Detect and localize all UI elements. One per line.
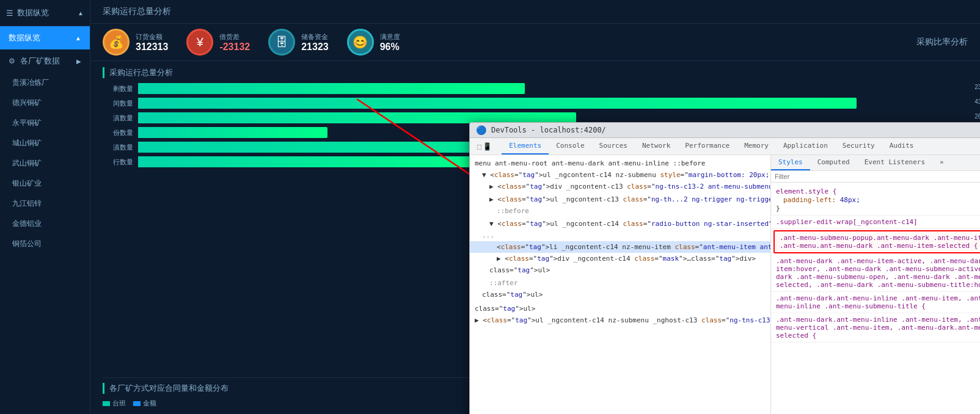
stat-label-reserve: 储备资金 [301, 32, 329, 42]
css-block: .ant-menu-dark.ant-menu-inline .ant-menu… [771, 292, 980, 313]
sidebar-item-factory-data[interactable]: ⚙ 各厂矿数据 ▶ [0, 49, 90, 73]
tab-network[interactable]: Network [635, 138, 678, 154]
html-line[interactable]: ▶ <class="tag">ul _ngcontent-c14 nz-subm… [470, 314, 770, 326]
styles-panel: Styles Computed Event Listeners » :hov .… [771, 155, 980, 414]
stat-label-loan: 借货差 [219, 32, 250, 42]
html-line[interactable]: ... [470, 230, 770, 241]
stat-info-loan: 借货差 -23132 [219, 32, 250, 53]
chrome-icon: 🔵 [476, 125, 486, 135]
loan-diff-icon: ¥ [186, 29, 213, 56]
chevron-up-icon: ▲ [75, 35, 81, 42]
legend-amount: 金额 [143, 399, 156, 408]
stat-info-reserve: 储备资金 21323 [301, 32, 329, 53]
tab-performance[interactable]: Performance [678, 138, 737, 154]
sidebar-item-chengshan[interactable]: 城山铜矿 [0, 133, 90, 153]
bar-label: 闰数量 [103, 99, 133, 108]
sidebar-item-yinshan[interactable]: 银山矿业 [0, 173, 90, 194]
html-line[interactable]: ▶ <class="tag">div _ngcontent-c13 class=… [470, 181, 770, 192]
sidebar-item-label-overview: 数据纵览 [9, 32, 40, 43]
sidebar-header-label: 数据纵览 [17, 7, 49, 18]
stat-value-reserve: 21323 [301, 42, 329, 53]
reserve-icon: 🗄 [268, 29, 295, 56]
bar-fill [138, 127, 327, 138]
html-line[interactable]: ::before [470, 205, 770, 217]
devtools-titlebar: 🔵 DevTools - localhost:4200/ ─ □ ✕ [470, 123, 980, 138]
inspect-icon[interactable]: ⬚ [477, 142, 481, 151]
stat-label-order: 订货金额 [136, 32, 168, 42]
sidebar: ☰ 数据纵览 ▲ 数据纵览 ▲ ⚙ 各厂矿数据 ▶ 贵溪冶炼厂 德兴铜矿 永平铜… [0, 0, 90, 414]
tab-audits[interactable]: Audits [882, 138, 921, 154]
tab-console[interactable]: Console [549, 138, 591, 154]
sidebar-header-arrow: ▲ [78, 10, 84, 16]
bar-label: 行数量 [103, 158, 133, 167]
stat-info-order: 订货金额 312313 [136, 32, 168, 53]
sidebar-item-data-overview[interactable]: 数据纵览 ▲ [0, 26, 90, 49]
stat-item-reserve: 🗄 储备资金 21323 [268, 29, 329, 56]
stats-right-title: 采购比率分析 [916, 37, 968, 48]
elements-panel: menu ant-menu-root ant-menu-dark ant-men… [470, 155, 771, 414]
chart-title: 采购运行总量分析 [103, 67, 968, 78]
sidebar-item-label-factory: 各厂矿数据 [20, 56, 60, 67]
bar-fill [138, 98, 857, 109]
stat-label-satisfaction: 满意度 [380, 32, 400, 42]
bar-container: 433 [138, 98, 968, 109]
bar-label: 份数量 [103, 128, 133, 137]
sidebar-item-tongbo[interactable]: 铜箔公司 [0, 234, 90, 254]
bar-label: 滇数量 [103, 114, 133, 123]
elements-html[interactable]: menu ant-menu-root ant-menu-dark ant-men… [470, 155, 770, 414]
page-title: 采购运行总量分析 [103, 6, 171, 17]
html-line[interactable]: class="tag">ul> [470, 264, 770, 276]
tab-styles[interactable]: Styles [771, 155, 810, 170]
bar-row: 剩数量 233 [103, 83, 968, 94]
stat-value-order: 312313 [136, 42, 168, 53]
sidebar-item-guixi[interactable]: 贵溪冶炼厂 [0, 73, 90, 93]
tab-elements[interactable]: Elements [502, 138, 549, 154]
bar-label: 滇数量 [103, 143, 133, 152]
tab-sources[interactable]: Sources [592, 138, 635, 154]
bar-row: 闰数量 433 [103, 98, 968, 109]
bar-fill [138, 83, 525, 94]
stat-item-satisfaction: 😊 满意度 96% [347, 29, 400, 56]
main-header: 采购运行总量分析 [90, 0, 980, 24]
bar-fill [138, 156, 488, 167]
sidebar-item-yongping[interactable]: 永平铜矿 [0, 113, 90, 133]
mobile-icon[interactable]: 📱 [483, 142, 492, 151]
css-block: .ant-menu-submenu-popup.ant-menu-dark .a… [773, 230, 980, 253]
tab-more[interactable]: » [932, 155, 951, 170]
stat-value-loan: -23132 [219, 42, 250, 53]
styles-content: element.style {padding-left: 48px;}.supp… [771, 183, 980, 414]
html-line[interactable]: ▶ <class="tag">ul _ngcontent-c13 class="… [470, 194, 770, 205]
html-line[interactable]: <class="tag">li _ngcontent-c14 nz-menu-i… [470, 241, 770, 253]
order-amount-icon: 💰 [103, 29, 130, 56]
tab-security[interactable]: Security [835, 138, 882, 154]
sidebar-item-wushan[interactable]: 武山铜矿 [0, 153, 90, 173]
html-line[interactable]: ▶ <class="tag">div _ngcontent-c14 class=… [470, 253, 770, 264]
sidebar-item-dexing[interactable]: 德兴铜矿 [0, 93, 90, 113]
html-line[interactable]: class="tag">ul> [470, 289, 770, 300]
html-line[interactable]: ▼ <class="tag">ul _ngcontent-c14 class="… [470, 218, 770, 230]
chevron-right-icon: ▶ [76, 58, 81, 65]
menu-icon: ☰ [6, 9, 13, 18]
devtools-body: menu ant-menu-root ant-menu-dark ant-men… [470, 155, 980, 414]
sidebar-item-jinde[interactable]: 金德铝业 [0, 214, 90, 234]
bar-value: 433 [975, 98, 980, 105]
stat-item-order-amount: 💰 订货金额 312313 [103, 29, 168, 56]
sidebar-item-jiujiang[interactable]: 九江铝锌 [0, 194, 90, 214]
devtools-tabs: ⬚ 📱 Elements Console Sources Network Per… [470, 138, 980, 155]
styles-tabs: Styles Computed Event Listeners » [771, 155, 980, 171]
html-line[interactable]: menu ant-menu-root ant-menu-dark ant-men… [470, 158, 770, 169]
tab-application[interactable]: Application [776, 138, 835, 154]
bar-label: 剩数量 [103, 84, 133, 93]
chart-area: 采购运行总量分析 剩数量 233 闰数量 433 滇数量 264 份数量 114… [90, 61, 980, 414]
html-line[interactable]: ▼ <class="tag">ul _ngcontent-c14 nz-subm… [470, 169, 770, 181]
html-line[interactable]: ::after [470, 277, 770, 289]
styles-filter-input[interactable] [775, 173, 980, 180]
html-line[interactable]: class="tag">ul> [470, 303, 770, 314]
stats-bar: 💰 订货金额 312313 ¥ 借货差 -23132 🗄 储备资金 21323 … [90, 24, 980, 61]
tab-computed[interactable]: Computed [810, 155, 857, 170]
stat-item-loan-diff: ¥ 借货差 -23132 [186, 29, 250, 56]
tab-memory[interactable]: Memory [737, 138, 776, 154]
bar-container: 233 [138, 83, 968, 94]
main-content: 采购运行总量分析 💰 订货金额 312313 ¥ 借货差 -23132 🗄 储备… [90, 0, 980, 414]
tab-event-listeners[interactable]: Event Listeners [857, 155, 932, 170]
